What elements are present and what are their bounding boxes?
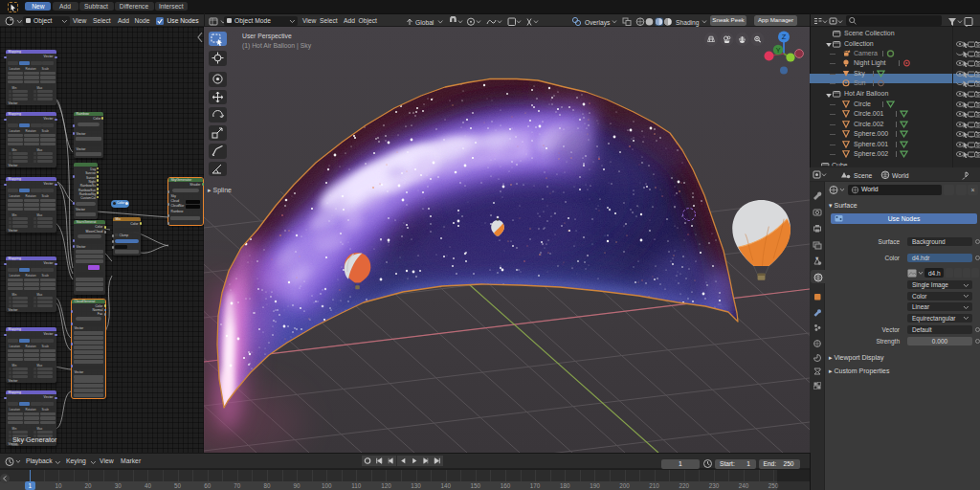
svg-text:Z: Z <box>782 33 787 41</box>
svg-text:Shading: Shading <box>676 18 700 26</box>
svg-text:Overlays: Overlays <box>585 18 611 26</box>
svg-text:World: World <box>892 171 909 178</box>
svg-text:Y: Y <box>776 47 781 54</box>
svg-text:Global: Global <box>415 18 434 25</box>
svg-text:Scene: Scene <box>854 171 872 178</box>
